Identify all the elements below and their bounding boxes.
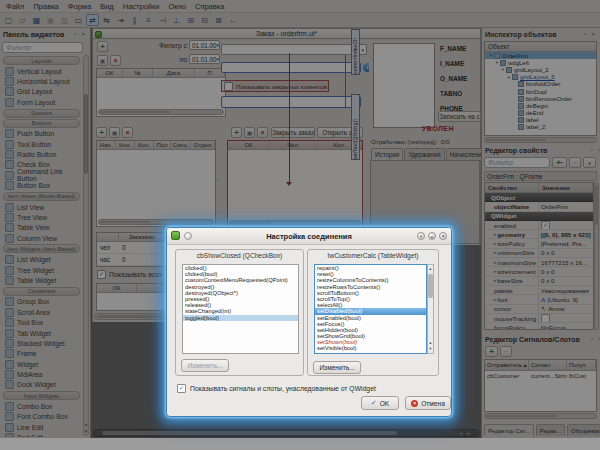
show-inherited-checkbox[interactable]: ✓ Показывать сигналы и слоты, унаследова… bbox=[177, 384, 376, 393]
statusbar bbox=[0, 438, 600, 450]
ok-check-icon: ✓ bbox=[371, 399, 377, 407]
qt-designer-window: ФайлПравкаФормаВидНастройкиОкноСправка ▢… bbox=[0, 0, 600, 450]
edit-slots-button[interactable]: Изменить... bbox=[313, 361, 361, 374]
window-menu-icon[interactable] bbox=[184, 232, 192, 240]
slot-list-scrollbar[interactable]: ▴ ▴▾ bbox=[427, 264, 434, 354]
cancel-icon: × bbox=[411, 400, 418, 407]
cancel-button[interactable]: × Отмена bbox=[405, 396, 451, 410]
designer-app-icon bbox=[171, 231, 180, 240]
signal-item[interactable]: customContextMenuRequested(QPoint) bbox=[183, 277, 298, 283]
ok-button[interactable]: ✓ OK bbox=[361, 396, 399, 410]
signal-list[interactable]: clicked()clicked(bool)customContextMenuR… bbox=[182, 264, 299, 354]
signal-item[interactable]: toggled(bool) bbox=[183, 315, 298, 321]
signal-group: cbShowClosed (QCheckBox) clicked()clicke… bbox=[175, 249, 304, 376]
close-icon[interactable]: × bbox=[439, 232, 447, 240]
edit-signals-button[interactable]: Изменить... bbox=[181, 359, 229, 372]
slot-group: twCustomerCalc (TableWidget) repaint()re… bbox=[307, 249, 439, 376]
slot-item[interactable]: setVisible(bool) bbox=[315, 345, 426, 351]
dialog-titlebar[interactable]: Настройка соединения ▾ ▴ × bbox=[167, 228, 451, 245]
dialog-title: Настройка соединения bbox=[266, 232, 352, 241]
minimize-icon[interactable]: ▾ bbox=[417, 232, 425, 240]
connection-dialog: Настройка соединения ▾ ▴ × cbShowClosed … bbox=[166, 227, 452, 417]
checkbox-box: ✓ bbox=[177, 384, 186, 393]
maximize-icon[interactable]: ▴ bbox=[428, 232, 436, 240]
slot-list[interactable]: repaint()reset()resizeColumnsToContents(… bbox=[314, 264, 427, 354]
